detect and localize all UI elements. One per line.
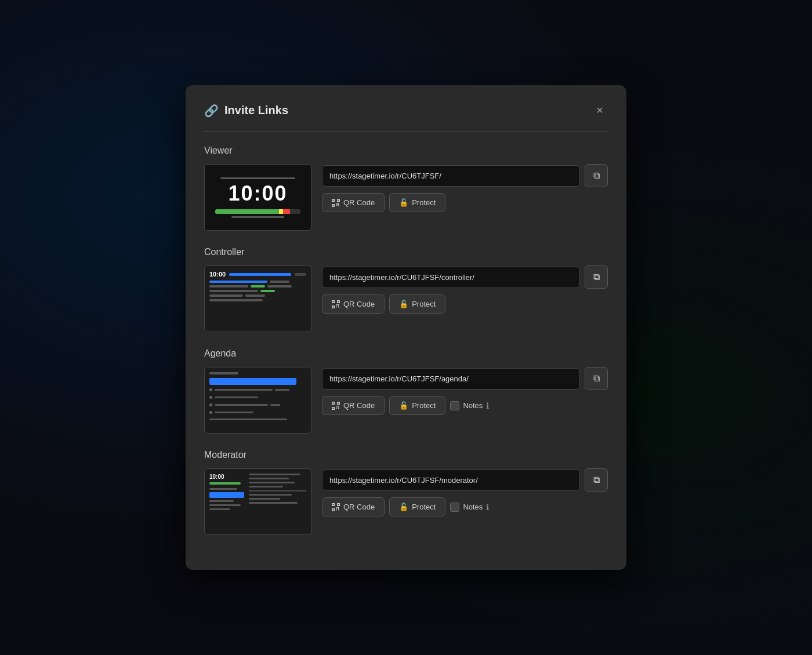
- agenda-qr-button[interactable]: QR Code: [322, 396, 385, 415]
- agenda-line-5: [270, 404, 280, 406]
- controller-preview-inner: 10:00: [205, 266, 311, 332]
- ctrl-line-5: [267, 285, 292, 288]
- controller-copy-button[interactable]: ⧉: [585, 265, 608, 289]
- moderator-notes-toggle[interactable]: Notes ℹ: [450, 503, 489, 512]
- moderator-notes-checkbox[interactable]: [450, 503, 459, 512]
- svg-rect-13: [338, 205, 339, 206]
- controller-url-row: ⧉: [322, 265, 608, 289]
- svg-rect-5: [333, 205, 334, 206]
- ctrl-line-4: [251, 285, 265, 288]
- agenda-line-3: [215, 396, 258, 398]
- controller-content: 10:00: [204, 265, 608, 332]
- mod-left: 10:00: [209, 474, 244, 530]
- ctrl-row-2: [209, 285, 306, 288]
- svg-rect-32: [333, 407, 334, 409]
- agenda-url-input[interactable]: [322, 368, 580, 390]
- controller-url-input[interactable]: [322, 267, 580, 288]
- agenda-dot-1: [209, 388, 212, 391]
- lock-icon-4: 🔓: [399, 503, 408, 511]
- agenda-protect-button[interactable]: 🔓 Protect: [389, 396, 445, 415]
- modal-title-wrap: 🔗 Invite Links: [204, 104, 288, 118]
- ctrl-bar-2: [295, 273, 306, 276]
- svg-rect-49: [336, 508, 337, 510]
- agenda-row-1: [209, 387, 306, 392]
- svg-rect-43: [333, 504, 334, 505]
- moderator-actions-row: QR Code 🔓 Protect Notes ℹ: [322, 497, 608, 516]
- svg-rect-17: [333, 301, 334, 302]
- agenda-copy-button[interactable]: ⧉: [585, 367, 608, 390]
- progress-yellow: [279, 209, 283, 214]
- viewer-label: Viewer: [204, 145, 608, 156]
- svg-rect-50: [338, 508, 339, 510]
- ctrl-line-8: [209, 294, 243, 297]
- mod-blue-bar: [209, 492, 244, 498]
- invite-links-modal: 🔗 Invite Links × Viewer 10:00: [186, 85, 626, 570]
- svg-rect-33: [336, 406, 337, 407]
- viewer-progress-bar: [215, 209, 300, 214]
- ctrl-line-9: [245, 294, 264, 297]
- moderator-qr-button[interactable]: QR Code: [322, 497, 385, 516]
- qr-code-icon-3: [332, 402, 340, 410]
- agenda-line-2: [275, 389, 289, 391]
- agenda-dot-4: [209, 411, 212, 414]
- agenda-url-row: ⧉: [322, 367, 608, 390]
- agenda-controls: ⧉: [322, 367, 608, 415]
- qr-code-icon-4: [332, 503, 340, 511]
- copy-icon-4: ⧉: [593, 475, 600, 485]
- svg-rect-10: [337, 204, 338, 205]
- viewer-qr-button[interactable]: QR Code: [322, 193, 385, 212]
- controller-controls: ⧉: [322, 265, 608, 314]
- moderator-protect-label: Protect: [412, 503, 436, 511]
- mod-right-line-6: [249, 494, 292, 496]
- svg-rect-20: [336, 304, 337, 305]
- moderator-copy-button[interactable]: ⧉: [585, 468, 608, 492]
- agenda-bottom-line: [209, 419, 287, 420]
- controller-preview: 10:00: [204, 265, 311, 332]
- svg-rect-30: [333, 402, 334, 403]
- agenda-info-icon: ℹ: [486, 401, 489, 410]
- controller-protect-button[interactable]: 🔓 Protect: [389, 294, 445, 314]
- viewer-top-bar: [220, 177, 295, 179]
- viewer-controls: ⧉: [322, 164, 608, 212]
- agenda-dot-3: [209, 403, 212, 406]
- svg-rect-35: [338, 406, 339, 407]
- svg-rect-46: [336, 507, 337, 508]
- viewer-url-input[interactable]: [322, 165, 580, 187]
- moderator-section: Moderator 10:00: [204, 450, 608, 535]
- agenda-notes-checkbox[interactable]: [450, 401, 459, 410]
- controller-qr-button[interactable]: QR Code: [322, 294, 385, 314]
- close-button[interactable]: ×: [592, 101, 608, 119]
- mod-right-line-2: [249, 478, 289, 479]
- svg-rect-22: [338, 304, 339, 305]
- svg-rect-34: [337, 406, 338, 407]
- mod-green-bar: [209, 482, 241, 485]
- progress-green: [215, 209, 279, 214]
- moderator-url-input[interactable]: [322, 470, 580, 491]
- mod-right-line-3: [249, 482, 295, 483]
- moderator-protect-button[interactable]: 🔓 Protect: [389, 497, 445, 516]
- svg-rect-39: [338, 408, 339, 409]
- controller-section: Controller 10:00: [204, 247, 608, 332]
- mod-line-1: [209, 488, 237, 490]
- viewer-timer: 10:00: [228, 181, 287, 206]
- agenda-notes-toggle[interactable]: Notes ℹ: [450, 401, 489, 410]
- svg-rect-23: [336, 305, 337, 307]
- agenda-preview-inner: [205, 367, 311, 433]
- moderator-label: Moderator: [204, 450, 608, 460]
- mod-line-3: [209, 504, 241, 506]
- viewer-url-row: ⧉: [322, 164, 608, 187]
- lock-icon-2: 🔓: [399, 300, 408, 308]
- header-divider: [204, 131, 608, 132]
- viewer-content: 10:00 ⧉: [204, 164, 608, 231]
- controller-protect-label: Protect: [412, 300, 436, 308]
- ctrl-row-3: [209, 290, 306, 292]
- svg-rect-9: [336, 204, 337, 205]
- svg-rect-7: [337, 203, 338, 204]
- viewer-protect-button[interactable]: 🔓 Protect: [389, 193, 445, 212]
- viewer-copy-button[interactable]: ⧉: [585, 164, 608, 187]
- svg-rect-24: [338, 305, 339, 307]
- svg-rect-38: [336, 408, 337, 409]
- link-icon: 🔗: [204, 104, 219, 118]
- svg-rect-45: [333, 509, 334, 510]
- moderator-preview-inner: 10:00: [205, 469, 311, 534]
